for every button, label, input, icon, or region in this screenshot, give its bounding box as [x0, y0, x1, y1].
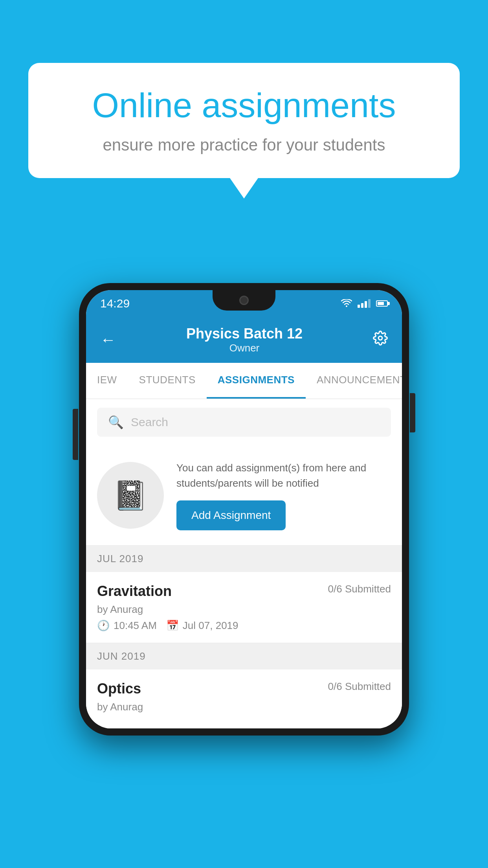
- assignment-time-gravitation: 🕐 10:45 AM: [97, 620, 157, 632]
- clock-icon: 🕐: [97, 620, 110, 632]
- search-icon: 🔍: [108, 415, 124, 430]
- signal-icon: [358, 299, 371, 308]
- tab-students[interactable]: STUDENTS: [128, 363, 207, 399]
- assignment-title-optics: Optics: [97, 680, 141, 697]
- notebook-icon: 📓: [113, 479, 148, 512]
- status-icons: [341, 299, 388, 308]
- assignment-status-optics: 0/6 Submitted: [328, 680, 391, 693]
- phone-outer: 14:29: [79, 283, 409, 736]
- back-button[interactable]: ←: [100, 331, 116, 349]
- assignment-by-gravitation: by Anurag: [97, 603, 391, 616]
- section-header-jun: JUN 2019: [86, 643, 402, 669]
- assignment-top: Gravitation 0/6 Submitted: [97, 583, 391, 600]
- assignment-by-optics: by Anurag: [97, 701, 391, 713]
- settings-button[interactable]: [373, 331, 388, 349]
- section-month-jul: JUL 2019: [97, 553, 143, 565]
- camera: [239, 296, 249, 305]
- assignment-item-gravitation[interactable]: Gravitation 0/6 Submitted by Anurag 🕐 10…: [86, 572, 402, 643]
- bubble-subtitle: ensure more practice for your students: [56, 136, 432, 154]
- search-bar[interactable]: 🔍 Search: [97, 408, 391, 437]
- header-title: Physics Batch 12: [186, 326, 303, 342]
- assignment-title-gravitation: Gravitation: [97, 583, 172, 600]
- assignment-meta-gravitation: 🕐 10:45 AM 📅 Jul 07, 2019: [97, 620, 391, 632]
- prompt-text: You can add assignment(s) from here and …: [176, 460, 391, 491]
- speech-bubble: Online assignments ensure more practice …: [28, 63, 460, 178]
- add-assignment-prompt: 📓 You can add assignment(s) from here an…: [86, 445, 402, 546]
- assignment-icon-circle: 📓: [97, 462, 164, 529]
- battery-icon: [376, 300, 388, 307]
- tabs-bar: IEW STUDENTS ASSIGNMENTS ANNOUNCEMENTS: [86, 363, 402, 399]
- assignment-date-gravitation: 📅 Jul 07, 2019: [166, 620, 238, 632]
- search-bar-wrap: 🔍 Search: [86, 399, 402, 445]
- status-bar: 14:29: [86, 290, 402, 317]
- section-header-jul: JUL 2019: [86, 546, 402, 572]
- status-time: 14:29: [100, 297, 130, 310]
- phone-mockup: 14:29: [79, 283, 409, 736]
- svg-point-0: [378, 336, 382, 340]
- assignment-top-optics: Optics 0/6 Submitted: [97, 680, 391, 697]
- bubble-title: Online assignments: [56, 86, 432, 125]
- tab-assignments[interactable]: ASSIGNMENTS: [207, 363, 306, 399]
- wifi-icon: [341, 299, 352, 308]
- search-placeholder: Search: [131, 416, 168, 429]
- tab-announcements[interactable]: ANNOUNCEMENTS: [306, 363, 402, 399]
- assignment-item-optics[interactable]: Optics 0/6 Submitted by Anurag: [86, 669, 402, 728]
- speech-bubble-container: Online assignments ensure more practice …: [28, 63, 460, 178]
- section-month-jun: JUN 2019: [97, 650, 146, 662]
- header-subtitle: Owner: [186, 342, 303, 354]
- notch: [213, 290, 275, 311]
- tab-iew[interactable]: IEW: [86, 363, 128, 399]
- header-center: Physics Batch 12 Owner: [186, 326, 303, 354]
- assignment-status-gravitation: 0/6 Submitted: [328, 583, 391, 595]
- calendar-icon: 📅: [166, 620, 179, 632]
- add-assignment-button[interactable]: Add Assignment: [176, 500, 286, 530]
- app-header: ← Physics Batch 12 Owner: [86, 317, 402, 363]
- prompt-right: You can add assignment(s) from here and …: [176, 460, 391, 530]
- phone-inner: 14:29: [86, 290, 402, 728]
